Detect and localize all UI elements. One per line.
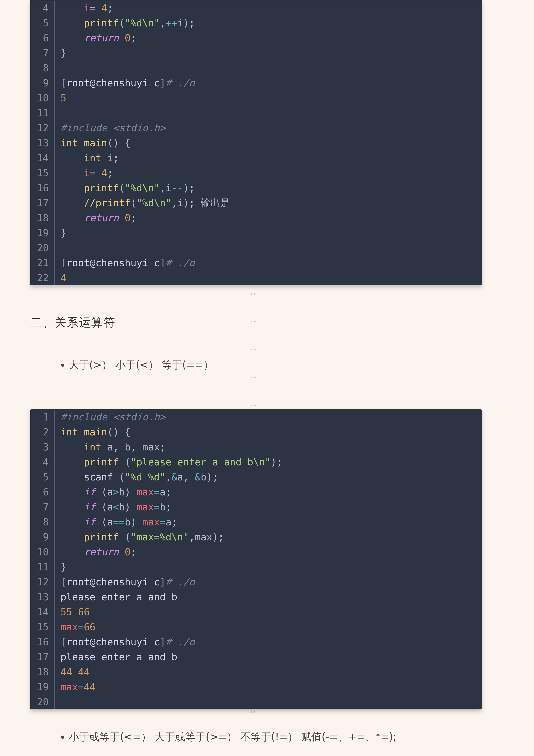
gutter-bar (54, 196, 55, 210)
code-content: printf("%d\n",++i); (61, 15, 200, 31)
code-line: 7} (30, 45, 482, 61)
gutter-bar (54, 470, 55, 485)
code-line: 2int main() { (30, 424, 482, 440)
line-number: 18 (30, 210, 54, 226)
gutter-bar (54, 150, 55, 165)
line-number: 15 (30, 165, 54, 180)
gutter-bar (54, 226, 55, 240)
line-number: 21 (30, 256, 54, 270)
code-content: int i; (61, 150, 124, 165)
code-line: 8 if (a==b) max=a; (30, 515, 482, 529)
gutter-bar (54, 105, 55, 121)
gutter-bar (54, 605, 55, 619)
gutter-bar (54, 210, 55, 226)
code-line: 6 return 0; (30, 31, 482, 45)
line-number: 8 (30, 515, 54, 529)
code-content: please enter a and b (61, 589, 182, 605)
line-number: 17 (30, 649, 54, 664)
code-line: 9[root@chenshuyi c]# ./o (30, 75, 482, 91)
code-line: 12#include <stdio.h> (30, 121, 482, 135)
line-number: 10 (30, 91, 54, 105)
code-content: max=44 (61, 680, 101, 694)
code-content: i= 4; (61, 165, 118, 180)
code-line: 20 (30, 694, 482, 710)
line-number: 12 (30, 121, 54, 135)
section-heading: 二、关系运算符 (30, 314, 534, 330)
gutter-bar (54, 575, 55, 589)
line-number: 4 (30, 1, 54, 15)
gutter-bar (54, 649, 55, 664)
code-content: 5 (61, 91, 71, 105)
code-line: 1844 44 (30, 664, 482, 680)
code-content: scanf ("%d %d",&a, &b); (61, 470, 224, 485)
code-content: 4 (61, 270, 71, 285)
code-content: } (61, 226, 71, 240)
gutter-bar (54, 664, 55, 680)
line-number: 20 (30, 240, 54, 256)
code-content: printf ("please enter a and b\n"); (61, 454, 288, 470)
line-number: 22 (30, 270, 54, 285)
gutter-bar (54, 515, 55, 529)
bullet-list-1: 大于(>） 小于(<） 等于(==） (69, 358, 534, 372)
gutter-bar (54, 680, 55, 694)
code-line: 14 int i; (30, 150, 482, 165)
code-content: if (a==b) max=a; (61, 515, 182, 529)
line-number: 11 (30, 105, 54, 121)
code-block-1: 4 i= 4;5 printf("%d\n",++i);6 return 0;7… (30, 0, 482, 285)
gutter-bar (54, 634, 55, 649)
code-line: 3 int a, b, max; (30, 440, 482, 454)
code-content: } (61, 559, 71, 575)
gutter-bar (54, 165, 55, 180)
code-line: 5 scanf ("%d %d",&a, &b); (30, 470, 482, 485)
code-line: 21[root@chenshuyi c]# ./o (30, 256, 482, 270)
gutter-bar (54, 410, 55, 424)
code-content: return 0; (61, 210, 142, 226)
line-number: 10 (30, 545, 54, 559)
gutter-bar (54, 75, 55, 91)
code-content: printf("%d\n",i--); (61, 180, 200, 196)
gutter-bar (54, 454, 55, 470)
line-number: 8 (30, 61, 54, 75)
code-content: if (a<b) max=b; (61, 500, 177, 515)
gutter-bar (54, 529, 55, 545)
code-content: #include <stdio.h> (61, 410, 171, 424)
code-line: 6 if (a>b) max=a; (30, 485, 482, 500)
code-line: 10 return 0; (30, 545, 482, 559)
gutter-bar (54, 240, 55, 256)
code-line: 9 printf ("max=%d\n",max); (30, 529, 482, 545)
code-content: [root@chenshuyi c]# ./o (61, 256, 200, 270)
line-number: 13 (30, 135, 54, 150)
line-number: 18 (30, 664, 54, 680)
gutter-bar (54, 61, 55, 75)
line-number: 9 (30, 529, 54, 545)
code-line: 4 i= 4; (30, 1, 482, 15)
code-line: 13int main() { (30, 135, 482, 150)
code-line: 4 printf ("please enter a and b\n"); (30, 454, 482, 470)
line-number: 9 (30, 75, 54, 91)
line-number: 16 (30, 180, 54, 196)
gutter-bar (54, 180, 55, 196)
code-line: 1455 66 (30, 605, 482, 619)
code-content: i= 4; (61, 1, 118, 15)
line-number: 14 (30, 150, 54, 165)
line-number: 19 (30, 680, 54, 694)
line-number: 6 (30, 485, 54, 500)
code-line: 16[root@chenshuyi c]# ./o (30, 634, 482, 649)
code-block-2: 1#include <stdio.h>2int main() {3 int a,… (30, 409, 482, 710)
code-line: 8 (30, 61, 482, 75)
gutter-bar (54, 15, 55, 31)
line-number: 3 (30, 440, 54, 454)
gutter-bar (54, 694, 55, 710)
gutter-bar (54, 31, 55, 45)
code-line: 15 i= 4; (30, 165, 482, 180)
gutter-bar (54, 1, 55, 15)
line-number: 7 (30, 500, 54, 515)
code-content: [root@chenshuyi c]# ./o (61, 75, 200, 91)
line-number: 7 (30, 45, 54, 61)
line-number: 13 (30, 589, 54, 605)
line-number: 12 (30, 575, 54, 589)
gutter-bar (54, 500, 55, 515)
gutter-bar (54, 545, 55, 559)
code-content: 55 66 (61, 605, 95, 619)
line-number: 14 (30, 605, 54, 619)
